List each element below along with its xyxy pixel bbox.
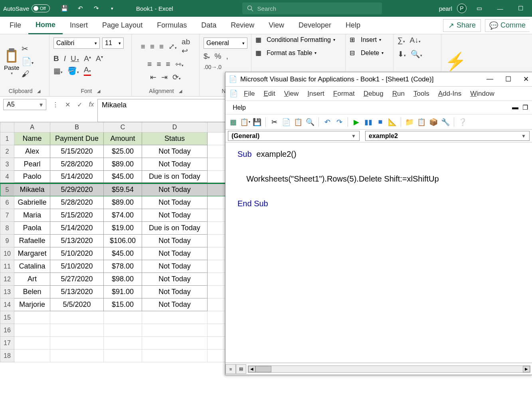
- cell[interactable]: [142, 324, 208, 337]
- row-header[interactable]: 10: [0, 247, 14, 260]
- comma-icon[interactable]: ,: [226, 52, 228, 61]
- cell[interactable]: Gabrielle: [14, 196, 50, 209]
- cell[interactable]: Not Today: [142, 158, 208, 171]
- align-left-icon[interactable]: ≡: [147, 60, 152, 69]
- cell[interactable]: Not Today: [142, 145, 208, 158]
- cell[interactable]: [104, 350, 142, 362]
- procedure-view-icon[interactable]: ≡: [225, 364, 236, 374]
- view-excel-icon[interactable]: ▦: [229, 118, 237, 126]
- cell[interactable]: Catalina: [14, 260, 50, 273]
- cell[interactable]: 5/14/2020: [50, 222, 104, 235]
- cell[interactable]: $98.00: [104, 273, 142, 286]
- search-box[interactable]: Search: [242, 2, 382, 14]
- run-icon[interactable]: ▶: [352, 118, 361, 126]
- fill-color-icon[interactable]: 🪣▾: [67, 66, 79, 75]
- break-icon[interactable]: ▮▮: [364, 118, 373, 126]
- cut-icon[interactable]: ✂: [270, 118, 279, 126]
- vba-menu-item[interactable]: View: [284, 90, 299, 97]
- select-all-corner[interactable]: [0, 122, 14, 132]
- insert-module-icon[interactable]: 📋▾: [241, 118, 249, 126]
- vba-menu-item[interactable]: Debug: [364, 90, 384, 97]
- header-cell[interactable]: Status: [142, 132, 208, 145]
- cell[interactable]: Maria: [14, 209, 50, 222]
- cell[interactable]: [50, 350, 104, 362]
- cell[interactable]: Pearl: [14, 158, 50, 171]
- row-header[interactable]: 6: [0, 196, 14, 209]
- tab-data[interactable]: Data: [194, 17, 223, 34]
- cell[interactable]: Not Today: [142, 235, 208, 247]
- orientation-icon[interactable]: ⤢▾: [168, 42, 177, 51]
- vba-menu-item[interactable]: Edit: [263, 90, 275, 97]
- col-header[interactable]: C: [104, 122, 142, 132]
- tab-view[interactable]: View: [261, 17, 291, 34]
- cell[interactable]: [50, 324, 104, 337]
- clipboard-dialog-icon[interactable]: ◢: [37, 89, 40, 94]
- header-cell[interactable]: Amount: [104, 132, 142, 145]
- cell[interactable]: [14, 337, 50, 350]
- qat-customize-icon[interactable]: ▾: [107, 4, 117, 13]
- copy-icon[interactable]: 📄▾: [22, 57, 34, 66]
- vba-hscrollbar[interactable]: ◀▶: [248, 365, 530, 373]
- cell[interactable]: Due is on Today: [142, 171, 208, 183]
- cell[interactable]: [14, 311, 50, 324]
- vba-menu-item[interactable]: Window: [470, 90, 494, 97]
- cell[interactable]: 5/10/2020: [50, 247, 104, 260]
- cell[interactable]: Margaret: [14, 247, 50, 260]
- tab-file[interactable]: File: [2, 17, 28, 34]
- design-mode-icon[interactable]: 📐: [388, 118, 397, 126]
- cell[interactable]: 5/10/2020: [50, 260, 104, 273]
- enter-icon[interactable]: ✓: [74, 99, 85, 110]
- cell[interactable]: $91.00: [104, 286, 142, 298]
- cell[interactable]: $89.00: [104, 158, 142, 171]
- sort-filter-icon[interactable]: A↓▾: [410, 36, 421, 45]
- ribbon-display-icon[interactable]: ▭: [471, 2, 487, 14]
- indent-increase-icon[interactable]: ⇥: [161, 73, 168, 82]
- cell[interactable]: 5/13/2020: [50, 286, 104, 298]
- undo-icon[interactable]: ↶: [323, 118, 332, 126]
- vba-menu-help[interactable]: Help: [229, 104, 249, 111]
- vba-menu-item[interactable]: Run: [392, 90, 405, 97]
- row-header[interactable]: 1: [0, 132, 14, 145]
- cell[interactable]: 5/5/2020: [50, 298, 104, 311]
- cell[interactable]: Marjorie: [14, 298, 50, 311]
- properties-icon[interactable]: 📋: [417, 118, 426, 126]
- cell[interactable]: 5/28/2020: [50, 196, 104, 209]
- cell[interactable]: $89.00: [104, 196, 142, 209]
- wrap-text-icon[interactable]: ab↩: [182, 38, 190, 55]
- cell[interactable]: [14, 350, 50, 362]
- name-box[interactable]: A5▾: [3, 99, 46, 110]
- autosave-toggle[interactable]: AutoSave Off: [3, 4, 50, 12]
- cell[interactable]: $25.00: [104, 145, 142, 158]
- cell[interactable]: Paolo: [14, 171, 50, 183]
- cell[interactable]: Not Today: [142, 273, 208, 286]
- col-header[interactable]: B: [50, 122, 104, 132]
- row-header[interactable]: 12: [0, 273, 14, 286]
- cell[interactable]: 5/29/2020: [50, 184, 104, 196]
- row-header[interactable]: 3: [0, 158, 14, 171]
- font-grow-icon[interactable]: A▴: [84, 54, 91, 63]
- vba-max-sub-icon[interactable]: ❐: [522, 104, 528, 111]
- cell[interactable]: Not Today: [142, 209, 208, 222]
- row-header[interactable]: 8: [0, 222, 14, 235]
- cell[interactable]: 5/14/2020: [50, 171, 104, 183]
- cut-icon[interactable]: ✂: [22, 44, 34, 53]
- row-header[interactable]: 9: [0, 235, 14, 247]
- cell[interactable]: 5/15/2020: [50, 209, 104, 222]
- cell[interactable]: $74.00: [104, 209, 142, 222]
- vba-restore-sub-icon[interactable]: ▬: [512, 104, 518, 111]
- percent-icon[interactable]: %: [215, 52, 222, 61]
- tab-formulas[interactable]: Formulas: [150, 17, 194, 34]
- cell[interactable]: 5/15/2020: [50, 145, 104, 158]
- tab-review[interactable]: Review: [223, 17, 261, 34]
- help-icon[interactable]: ❔: [458, 118, 467, 126]
- cell[interactable]: Not Today: [142, 286, 208, 298]
- row-header[interactable]: 13: [0, 286, 14, 298]
- cell[interactable]: [50, 311, 104, 324]
- align-middle-icon[interactable]: ≡: [150, 42, 154, 51]
- italic-button[interactable]: I: [64, 54, 66, 63]
- vba-window[interactable]: 📄 Microsoft Visual Basic for Application…: [225, 72, 532, 375]
- align-top-icon[interactable]: ≡: [141, 42, 145, 51]
- col-header[interactable]: D: [142, 122, 208, 132]
- tab-help[interactable]: Help: [338, 17, 368, 34]
- tab-page-layout[interactable]: Page Layout: [95, 17, 150, 34]
